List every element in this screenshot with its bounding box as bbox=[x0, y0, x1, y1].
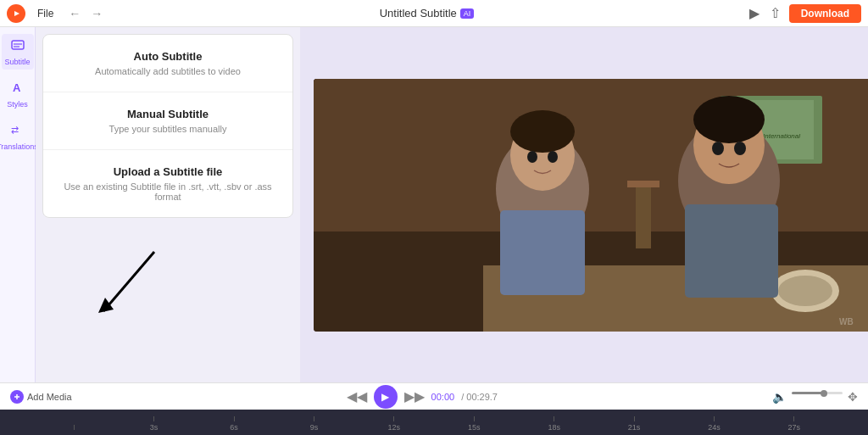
upload-subtitle-title: Upload a Subtitle file bbox=[57, 165, 279, 178]
add-media-button[interactable]: Add Media bbox=[10, 390, 72, 404]
svg-marker-8 bbox=[98, 298, 114, 313]
svg-rect-22 bbox=[500, 210, 585, 295]
manual-subtitle-option[interactable]: Manual Subtitle Type your subtitles manu… bbox=[43, 92, 292, 150]
timeline-marker-3: 12s bbox=[354, 416, 434, 432]
timeline-marker-5: 18s bbox=[514, 416, 593, 432]
share-button[interactable]: ⇧ bbox=[768, 3, 782, 23]
subtitle-label: Subtitle bbox=[4, 58, 30, 66]
timeline-marker-7: 24s bbox=[674, 416, 754, 432]
play-preview-button[interactable]: ▶ bbox=[748, 3, 761, 23]
auto-subtitle-title: Auto Subtitle bbox=[57, 50, 279, 63]
video-frame[interactable]: International bbox=[314, 79, 868, 332]
svg-line-7 bbox=[103, 252, 154, 311]
timeline-marker-8: 27s bbox=[754, 416, 834, 432]
auto-subtitle-option[interactable]: Auto Subtitle Automatically add subtitle… bbox=[43, 35, 292, 92]
svg-rect-28 bbox=[685, 204, 778, 298]
subtitle-icon bbox=[10, 37, 25, 56]
redo-button[interactable]: → bbox=[87, 5, 106, 22]
svg-text:⇄: ⇄ bbox=[11, 125, 19, 135]
sidebar-item-translations[interactable]: ⇄ Translations bbox=[2, 119, 34, 154]
time-separator-total: / 00:29.7 bbox=[461, 392, 498, 402]
ai-badge: AI bbox=[460, 8, 475, 19]
styles-icon: A bbox=[10, 80, 25, 98]
nav-controls: ← → bbox=[65, 5, 106, 22]
manual-subtitle-title: Manual Subtitle bbox=[57, 108, 279, 120]
undo-button[interactable]: ← bbox=[65, 5, 84, 22]
auto-subtitle-desc: Automatically add subtitles to video bbox=[57, 66, 279, 76]
styles-label: Styles bbox=[7, 100, 28, 109]
sidebar-item-subtitle[interactable]: Subtitle bbox=[2, 34, 34, 70]
svg-point-21 bbox=[548, 151, 558, 163]
topbar-actions: ▶ ⇧ Download bbox=[748, 3, 861, 23]
download-button[interactable]: Download bbox=[789, 4, 861, 23]
timeline-marker-1: 6s bbox=[194, 416, 274, 432]
svg-point-26 bbox=[712, 142, 724, 155]
svg-point-25 bbox=[693, 96, 765, 143]
svg-text:WB: WB bbox=[839, 317, 854, 326]
manual-subtitle-desc: Type your subtitles manually bbox=[57, 124, 279, 134]
title-text: Untitled Subtitle bbox=[380, 7, 457, 20]
svg-text:International: International bbox=[763, 132, 800, 140]
options-panel: Auto Subtitle Automatically add subtitle… bbox=[42, 34, 293, 218]
svg-point-27 bbox=[734, 142, 746, 155]
add-media-label: Add Media bbox=[27, 392, 72, 402]
sidebar: Subtitle A Styles ⇄ Translations bbox=[0, 27, 36, 382]
svg-rect-2 bbox=[12, 41, 24, 49]
bottom-bar: Add Media ◀◀ ▶ ▶▶ 00:00 / 00:29.7 🔈 ✥ bbox=[0, 382, 868, 410]
upload-subtitle-option[interactable]: Upload a Subtitle file Use an existing S… bbox=[43, 150, 292, 217]
svg-rect-30 bbox=[636, 181, 651, 248]
svg-rect-31 bbox=[627, 181, 659, 187]
timeline-marker-4: 15s bbox=[434, 416, 514, 432]
current-time: 00:00 bbox=[431, 392, 455, 402]
arrow-annotation bbox=[86, 243, 171, 332]
play-button[interactable]: ▶ bbox=[374, 385, 398, 409]
timeline-marker-0: 3s bbox=[114, 416, 193, 432]
skip-back-button[interactable]: ◀◀ bbox=[347, 388, 367, 404]
main-area: Subtitle A Styles ⇄ Translations Auto Su… bbox=[0, 27, 868, 382]
expand-button[interactable]: ✥ bbox=[848, 390, 858, 404]
left-panel: Auto Subtitle Automatically add subtitle… bbox=[36, 27, 300, 382]
translations-label: Translations bbox=[0, 142, 38, 151]
document-title: Untitled Subtitle AI bbox=[113, 7, 740, 20]
svg-point-19 bbox=[510, 110, 575, 153]
translations-icon: ⇄ bbox=[10, 122, 25, 141]
timeline[interactable]: 3s 6s 9s 12s 15s 18s 21s 24s 27s bbox=[0, 410, 868, 435]
sidebar-item-styles[interactable]: A Styles bbox=[2, 76, 34, 112]
timeline-marker-2: 9s bbox=[274, 416, 353, 432]
svg-point-16 bbox=[778, 276, 832, 306]
svg-point-20 bbox=[527, 151, 537, 163]
timeline-marker-6: 21s bbox=[594, 416, 674, 432]
add-media-icon bbox=[10, 390, 24, 404]
svg-text:A: A bbox=[13, 81, 21, 94]
volume-slider[interactable] bbox=[792, 392, 843, 402]
playback-controls: ◀◀ ▶ ▶▶ 00:00 / 00:29.7 bbox=[79, 385, 765, 409]
video-content: International bbox=[314, 79, 868, 332]
right-controls: 🔈 ✥ bbox=[772, 390, 858, 404]
volume-icon[interactable]: 🔈 bbox=[772, 390, 787, 404]
timeline-start bbox=[34, 425, 114, 432]
skip-forward-button[interactable]: ▶▶ bbox=[404, 388, 425, 404]
file-menu[interactable]: File bbox=[32, 6, 58, 21]
app-logo bbox=[7, 4, 25, 23]
upload-subtitle-desc: Use an existing Subtitle file in .srt, .… bbox=[57, 181, 279, 202]
topbar: File ← → Untitled Subtitle AI ▶ ⇧ Downlo… bbox=[0, 0, 868, 27]
video-area: International bbox=[300, 27, 868, 382]
